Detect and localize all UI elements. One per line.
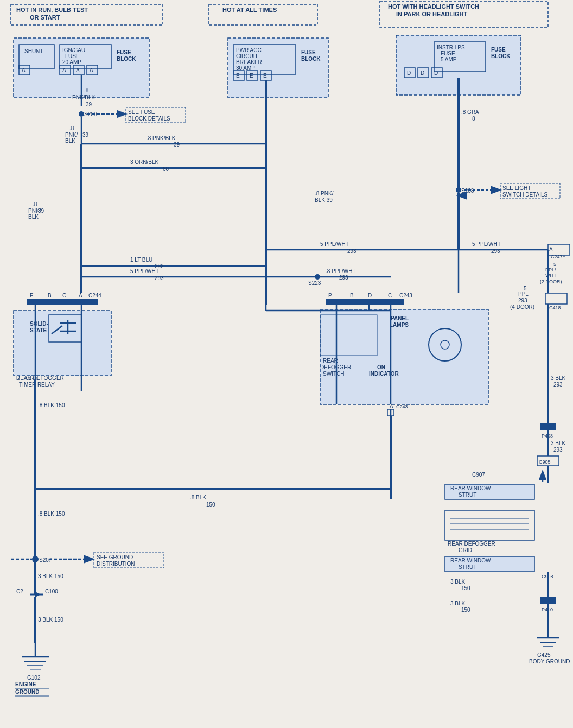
svg-text:HOT AT ALL TIMES: HOT AT ALL TIMES xyxy=(222,7,277,13)
svg-text:GROUND: GROUND xyxy=(15,689,39,695)
svg-text:DEFOGGER: DEFOGGER xyxy=(320,364,351,370)
svg-text:A: A xyxy=(22,67,26,73)
svg-text:3 BLK: 3 BLK xyxy=(450,579,466,585)
svg-text:PWR ACC: PWR ACC xyxy=(236,47,262,53)
svg-text:ON: ON xyxy=(377,364,385,370)
svg-rect-173 xyxy=(540,423,556,430)
svg-text:A: A xyxy=(90,67,93,73)
svg-text:BLK: BLK xyxy=(65,138,75,144)
svg-text:BLOCK DETAILS: BLOCK DETAILS xyxy=(128,116,170,122)
svg-text:SEE LIGHT: SEE LIGHT xyxy=(502,185,531,191)
svg-text:3 ORN/BLK: 3 ORN/BLK xyxy=(130,159,159,165)
svg-text:G102: G102 xyxy=(27,675,41,681)
svg-text:BREAKER: BREAKER xyxy=(236,59,262,65)
svg-text:BODY GROUND: BODY GROUND xyxy=(529,659,570,664)
svg-text:BLK: BLK xyxy=(28,214,39,220)
svg-text:.8 GRA: .8 GRA xyxy=(461,109,479,115)
svg-text:PANEL: PANEL xyxy=(391,315,409,321)
svg-text:39: 39 xyxy=(174,142,180,148)
svg-text:C907: C907 xyxy=(472,472,485,478)
svg-text:P410: P410 xyxy=(542,607,553,612)
svg-text:E: E xyxy=(236,73,240,79)
svg-text:BLOCK: BLOCK xyxy=(491,53,511,59)
svg-text:E: E xyxy=(250,73,253,79)
svg-text:C243: C243 xyxy=(399,293,412,299)
svg-text:STATE: STATE xyxy=(30,327,47,333)
svg-text:3 BLK 150: 3 BLK 150 xyxy=(38,573,63,579)
svg-text:(4 DOOR): (4 DOOR) xyxy=(510,304,534,310)
svg-text:REAR DEFOGGER: REAR DEFOGGER xyxy=(448,541,495,547)
svg-text:150: 150 xyxy=(461,607,470,613)
svg-text:HOT IN RUN, BULB TEST: HOT IN RUN, BULB TEST xyxy=(16,7,88,13)
svg-text:FUSE: FUSE xyxy=(117,49,131,55)
svg-text:C247A: C247A xyxy=(551,254,566,259)
svg-text:8: 8 xyxy=(472,116,475,122)
svg-text:GRID: GRID xyxy=(459,547,472,553)
svg-text:FUSE: FUSE xyxy=(65,53,80,59)
svg-text:D: D xyxy=(421,70,424,76)
svg-text:BLOCK: BLOCK xyxy=(301,56,321,62)
svg-text:HOT WITH HEADLIGHT SWITCH: HOT WITH HEADLIGHT SWITCH xyxy=(388,3,479,10)
svg-text:.8 BLK 150: .8 BLK 150 xyxy=(38,511,65,517)
svg-text:C243: C243 xyxy=(396,404,408,409)
svg-text:150: 150 xyxy=(206,502,215,508)
svg-text:S208: S208 xyxy=(461,188,474,194)
svg-text:293: 293 xyxy=(347,248,356,254)
svg-text:39: 39 xyxy=(86,102,92,107)
svg-text:A: A xyxy=(76,67,80,73)
svg-rect-199 xyxy=(540,597,556,604)
svg-text:P: P xyxy=(328,293,332,299)
svg-text:INDICATOR: INDICATOR xyxy=(369,371,399,377)
svg-point-61 xyxy=(79,111,84,117)
svg-text:C: C xyxy=(388,293,392,299)
svg-text:.8 BLK: .8 BLK xyxy=(190,495,206,501)
svg-text:293: 293 xyxy=(553,447,563,453)
svg-text:293: 293 xyxy=(518,297,527,303)
svg-text:BLK 39: BLK 39 xyxy=(315,197,333,203)
svg-text:.8 PNK/: .8 PNK/ xyxy=(315,191,334,197)
svg-text:DISTRIBUTION: DISTRIBUTION xyxy=(97,561,135,567)
svg-rect-138 xyxy=(326,299,404,305)
svg-text:C: C xyxy=(62,293,66,299)
svg-text:REAR: REAR xyxy=(323,358,338,364)
svg-text:SHUNT: SHUNT xyxy=(24,48,43,54)
svg-text:E: E xyxy=(30,293,34,299)
svg-text:.8 PNK/BLK: .8 PNK/BLK xyxy=(147,135,176,141)
svg-text:150: 150 xyxy=(461,585,470,591)
wiring-diagram: text { font-family: Arial, sans-serif; f… xyxy=(0,0,573,728)
svg-text:5: 5 xyxy=(553,262,556,267)
svg-text:D: D xyxy=(434,70,438,76)
svg-text:FUSE: FUSE xyxy=(491,47,506,53)
svg-text:20 AMP: 20 AMP xyxy=(62,59,81,65)
svg-text:SWITCH: SWITCH xyxy=(323,371,344,377)
svg-text:.8 PPL/WHT: .8 PPL/WHT xyxy=(326,268,356,274)
svg-text:G425: G425 xyxy=(537,652,551,658)
svg-text:39: 39 xyxy=(82,132,89,138)
svg-text:39: 39 xyxy=(38,208,44,214)
svg-text:REAR DEFOGGER: REAR DEFOGGER xyxy=(16,375,64,381)
svg-text:3 BLK 150: 3 BLK 150 xyxy=(38,617,63,623)
svg-text:C2: C2 xyxy=(16,588,23,594)
svg-text:STRUT: STRUT xyxy=(459,564,476,570)
svg-text:A: A xyxy=(549,246,553,252)
svg-text:FUSE: FUSE xyxy=(301,49,316,55)
svg-rect-117 xyxy=(27,299,98,305)
svg-text:E: E xyxy=(263,73,267,79)
svg-text:5 AMP: 5 AMP xyxy=(441,56,457,62)
svg-text:D: D xyxy=(368,293,372,299)
svg-text:1 LT BLU: 1 LT BLU xyxy=(130,257,152,263)
svg-text:C100: C100 xyxy=(45,588,58,594)
svg-text:293: 293 xyxy=(491,248,500,254)
svg-text:3 BLK: 3 BLK xyxy=(450,600,466,606)
svg-text:60: 60 xyxy=(163,166,169,172)
svg-text:B: B xyxy=(48,293,52,299)
svg-text:PPL: PPL xyxy=(518,291,529,297)
svg-text:3 BLK: 3 BLK xyxy=(551,440,566,446)
svg-text:.8: .8 xyxy=(69,125,74,131)
svg-text:CIRCUIT: CIRCUIT xyxy=(236,53,258,59)
svg-text:S207: S207 xyxy=(39,557,52,563)
svg-text:293: 293 xyxy=(339,275,348,281)
svg-text:C244: C244 xyxy=(88,293,101,299)
svg-text:S223: S223 xyxy=(308,280,321,286)
svg-text:STRUT: STRUT xyxy=(459,492,476,498)
